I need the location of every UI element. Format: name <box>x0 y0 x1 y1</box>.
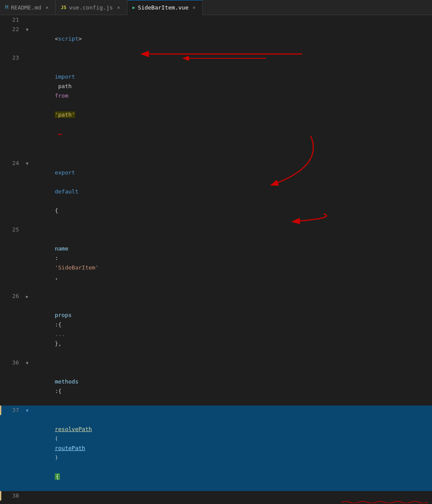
punct: :{ <box>55 321 62 328</box>
close-vueconfig-button[interactable]: ✕ <box>116 4 122 10</box>
code-content: resolvePath ( routePath ) { <box>33 406 432 491</box>
tab-label: SideBarItem.vue <box>138 4 188 11</box>
tab-bar: M README.md ✕ JS vue.config.js ✕ ▶ SideB… <box>0 0 432 15</box>
line-number: 21 <box>0 15 26 25</box>
line-gutter: ▼ <box>26 25 33 35</box>
keyword-from: from <box>55 92 68 99</box>
code-content: // TODO 判断是否为外部链接 <box>33 491 432 504</box>
keyword-export: export <box>55 169 75 176</box>
js-icon: JS <box>61 5 66 10</box>
punct: , <box>55 274 58 280</box>
punct: ( <box>55 435 58 442</box>
code-content: methods :{ <box>33 358 432 406</box>
line-gutter: ▼ <box>26 358 33 368</box>
fold-icon[interactable]: ▼ <box>26 161 28 166</box>
code-line-37: 37 ▼ resolvePath ( routePath ) { <box>0 406 432 491</box>
fold-icon[interactable]: ▼ <box>26 361 28 365</box>
arrow-indicator: ← <box>58 129 63 138</box>
tab-sidebaritem[interactable]: ▶ SideBarItem.vue ✕ <box>127 0 203 15</box>
fn-name: resolvePath <box>55 426 92 432</box>
prop-name: name <box>55 245 68 252</box>
code-line-25: 25 name : 'SideBarItem' , <box>0 225 432 292</box>
code-content: import path from 'path' ← <box>33 53 432 158</box>
code-content: export default { <box>33 158 432 225</box>
code-text: path <box>55 83 75 89</box>
code-text <box>55 102 58 108</box>
line-number: 36 <box>0 358 26 368</box>
close-readme-button[interactable]: ✕ <box>44 4 50 10</box>
punct: :{ <box>55 388 62 394</box>
tab-label: vue.config.js <box>69 4 113 11</box>
path-string: 'path' <box>55 111 75 118</box>
arrow-svg <box>171 54 279 63</box>
close-sidebaritem-button[interactable]: ✕ <box>191 5 197 11</box>
punct: { <box>55 207 58 214</box>
param-name: routePath <box>55 445 85 451</box>
line-number: 38 <box>0 491 26 501</box>
readme-icon: M <box>5 4 8 10</box>
code-text <box>55 464 58 470</box>
tab-label: README.md <box>11 4 41 11</box>
code-text <box>55 179 58 185</box>
line-number: 24 <box>0 158 26 168</box>
code-text <box>55 198 58 204</box>
brace: { <box>55 473 60 480</box>
keyword-import: import <box>55 73 75 80</box>
punct: < <box>55 35 58 42</box>
string-value: 'SideBarItem' <box>55 264 99 271</box>
line-number: 26 <box>0 292 26 301</box>
fold-icon[interactable]: ▼ <box>26 408 28 413</box>
code-line-26: 26 ▶ props :{ ... }, <box>0 292 432 358</box>
code-text: : <box>55 255 62 261</box>
code-content: props :{ ... }, <box>33 292 432 358</box>
line-gutter: ▼ <box>26 406 33 415</box>
vue-icon: ▶ <box>132 5 136 10</box>
code-line-24: 24 ▼ export default { <box>0 158 432 225</box>
keyword-default: default <box>55 188 79 195</box>
line-number: 37 <box>0 406 26 415</box>
punct: }, <box>55 340 62 347</box>
keyword: script <box>58 35 79 42</box>
line-number: 22 <box>0 25 26 34</box>
tab-vueconfig[interactable]: JS vue.config.js ✕ <box>56 0 127 15</box>
punct: ) <box>55 454 58 461</box>
code-line-21: 21 <box>0 15 432 25</box>
line-gutter: ▶ <box>26 292 33 301</box>
fold-icon[interactable]: ▼ <box>26 27 28 32</box>
code-line-23: 23 import path from 'path' ← <box>0 53 432 158</box>
code-editor: 21 22 ▼ <script> 23 import path from 'pa… <box>0 15 432 504</box>
fold-icon[interactable]: ▶ <box>26 294 28 299</box>
punct: > <box>79 35 82 42</box>
code-content: <script> <box>33 25 432 53</box>
prop-name: props <box>55 312 72 318</box>
line-gutter: ▼ <box>26 158 33 168</box>
ellipsis: ... <box>55 331 65 337</box>
code-line-22: 22 ▼ <script> <box>0 25 432 53</box>
prop-name: methods <box>55 378 79 385</box>
code-line-36: 36 ▼ methods :{ <box>0 358 432 406</box>
code-content: name : 'SideBarItem' , <box>33 225 432 292</box>
tab-readme[interactable]: M README.md ✕ <box>0 0 56 15</box>
line-number: 25 <box>0 225 26 235</box>
code-line-38: 38 // TODO 判断是否为外部链接 <box>0 491 432 504</box>
line-number: 23 <box>0 53 26 63</box>
